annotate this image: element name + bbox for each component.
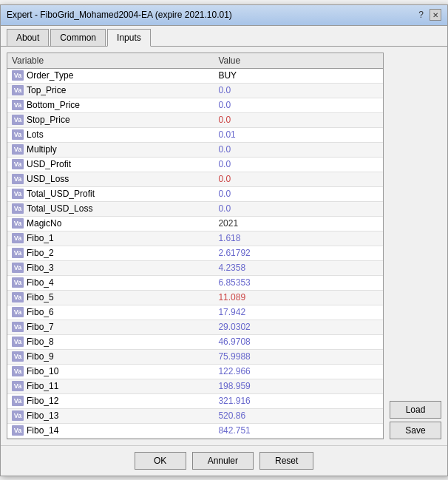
value-cell: 46.9708	[214, 334, 383, 349]
table-row[interactable]: VaFibo_14842.751	[7, 423, 383, 438]
var-icon: Va	[12, 85, 24, 95]
variable-name: Bottom_Price	[27, 100, 80, 110]
title-buttons: ? ✕	[418, 9, 441, 21]
table-row[interactable]: VaFibo_34.2358	[7, 260, 383, 275]
header-variable: Variable	[7, 53, 214, 69]
variable-name: Total_USD_Profit	[27, 189, 95, 199]
table-row[interactable]: VaFibo_511.089	[7, 290, 383, 305]
value-cell: 321.916	[214, 393, 383, 408]
tab-inputs[interactable]: Inputs	[107, 29, 151, 47]
tab-common[interactable]: Common	[50, 29, 106, 46]
variable-cell: VaFibo_2	[7, 246, 214, 260]
cancel-button[interactable]: Annuler	[192, 452, 254, 470]
load-button[interactable]: Load	[390, 401, 441, 419]
value-cell: 75.9988	[214, 349, 383, 364]
variable-cell: VaMagicNo	[7, 216, 214, 231]
variable-name: Fibo_7	[27, 322, 54, 332]
variable-name: Lots	[27, 129, 44, 140]
variable-cell: VaUSD_Loss	[7, 172, 214, 186]
var-icon: Va	[12, 233, 24, 243]
variable-cell: VaFibo_5	[7, 290, 214, 305]
table-row[interactable]: VaMultiply0.0	[7, 142, 383, 157]
table-row[interactable]: VaUSD_Profit0.0	[7, 157, 383, 172]
value-cell: 0.0	[214, 157, 383, 172]
var-icon: Va	[12, 248, 24, 258]
variable-cell: VaFibo_11	[7, 379, 214, 393]
var-icon: Va	[12, 70, 24, 81]
table-wrapper: Variable Value VaOrder_TypeBUYVaTop_Pric…	[7, 53, 441, 439]
value-cell: 1.618	[214, 231, 383, 246]
table-row[interactable]: VaFibo_975.9988	[7, 349, 383, 364]
variable-cell: VaTop_Price	[7, 83, 214, 98]
variable-name: Fibo_14	[27, 425, 58, 436]
table-section: Variable Value VaOrder_TypeBUYVaTop_Pric…	[7, 53, 384, 439]
variable-cell: VaOrder_Type	[7, 68, 214, 83]
value-cell: 0.0	[214, 186, 383, 201]
table-row[interactable]: VaFibo_13520.86	[7, 408, 383, 423]
table-row[interactable]: VaStop_Price0.0	[7, 112, 383, 127]
variable-name: Fibo_10	[27, 366, 58, 376]
reset-button[interactable]: Reset	[259, 452, 313, 470]
table-row[interactable]: VaLots0.01	[7, 127, 383, 142]
var-icon: Va	[12, 100, 24, 110]
variable-cell: VaTotal_USD_Profit	[7, 186, 214, 201]
table-row[interactable]: VaTop_Price0.0	[7, 83, 383, 98]
value-cell: BUY	[214, 68, 383, 83]
table-row[interactable]: VaFibo_11198.959	[7, 379, 383, 393]
var-icon: Va	[12, 203, 24, 214]
value-cell: 11.089	[214, 290, 383, 305]
table-row[interactable]: VaFibo_22.61792	[7, 246, 383, 260]
table-row[interactable]: VaFibo_11.618	[7, 231, 383, 246]
var-icon: Va	[12, 337, 24, 347]
value-cell: 0.0	[214, 172, 383, 186]
variable-name: Fibo_12	[27, 396, 58, 406]
table-row[interactable]: VaUSD_Loss0.0	[7, 172, 383, 186]
value-cell: 0.0	[214, 201, 383, 216]
save-button[interactable]: Save	[390, 422, 441, 439]
variable-cell: VaFibo_14	[7, 423, 214, 438]
table-row[interactable]: VaFibo_617.942	[7, 305, 383, 320]
variable-name: Fibo_4	[27, 277, 54, 288]
value-cell: 520.86	[214, 408, 383, 423]
value-cell: 0.0	[214, 142, 383, 157]
table-row[interactable]: VaMagicNo2021	[7, 216, 383, 231]
tab-about[interactable]: About	[7, 29, 49, 46]
table-row[interactable]: VaTotal_USD_Loss0.0	[7, 201, 383, 216]
close-button[interactable]: ✕	[430, 9, 441, 21]
help-button[interactable]: ?	[418, 10, 424, 20]
table-row[interactable]: VaFibo_729.0302	[7, 320, 383, 334]
value-cell: 0.0	[214, 83, 383, 98]
variable-name: MagicNo	[27, 218, 61, 229]
variable-cell: VaFibo_13	[7, 408, 214, 423]
table-row[interactable]: VaFibo_846.9708	[7, 334, 383, 349]
variable-name: Fibo_6	[27, 307, 54, 317]
ok-button[interactable]: OK	[135, 452, 186, 470]
table-row[interactable]: VaOrder_TypeBUY	[7, 68, 383, 83]
var-icon: Va	[12, 277, 24, 288]
inputs-table: Variable Value VaOrder_TypeBUYVaTop_Pric…	[7, 53, 384, 439]
main-window: Expert - FiboGrid_Mohamed2004-EA (expire…	[0, 4, 448, 476]
tab-bar: About Common Inputs	[1, 26, 447, 47]
value-cell: 2021	[214, 216, 383, 231]
table-row[interactable]: VaFibo_10122.966	[7, 364, 383, 379]
table-row[interactable]: VaFibo_12321.916	[7, 393, 383, 408]
footer-buttons: OK Annuler Reset	[1, 445, 447, 476]
var-icon: Va	[12, 115, 24, 125]
variable-cell: VaFibo_6	[7, 305, 214, 320]
variable-cell: VaBottom_Price	[7, 98, 214, 112]
table-row[interactable]: VaBottom_Price0.0	[7, 98, 383, 112]
variable-name: Fibo_8	[27, 337, 54, 347]
variable-cell: VaMultiply	[7, 142, 214, 157]
variable-name: USD_Loss	[27, 174, 69, 184]
table-row[interactable]: VaTotal_USD_Profit0.0	[7, 186, 383, 201]
value-cell: 198.959	[214, 379, 383, 393]
variable-cell: VaUSD_Profit	[7, 157, 214, 172]
variable-name: Fibo_13	[27, 410, 58, 421]
variable-name: Total_USD_Loss	[27, 203, 92, 214]
table-row[interactable]: VaFibo_46.85353	[7, 275, 383, 290]
variable-name: Order_Type	[27, 70, 73, 81]
variable-name: Multiply	[27, 144, 57, 155]
var-icon: Va	[12, 292, 24, 302]
variable-name: Fibo_2	[27, 248, 54, 258]
var-icon: Va	[12, 263, 24, 273]
